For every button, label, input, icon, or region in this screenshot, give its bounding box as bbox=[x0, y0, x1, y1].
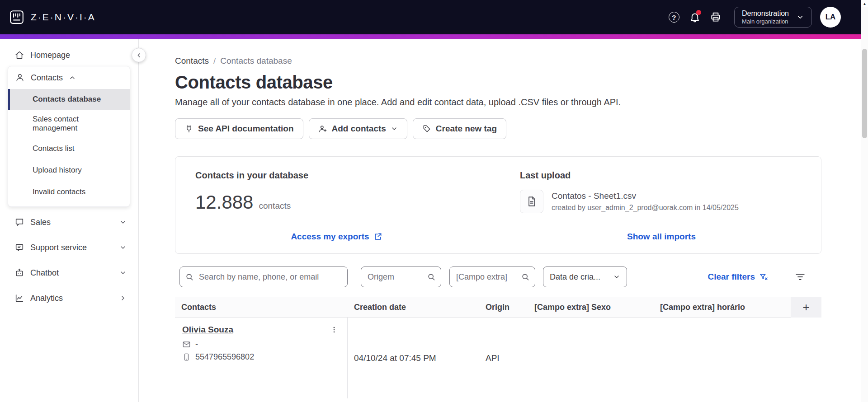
origem-field-wrap bbox=[361, 266, 441, 287]
last-upload-file-info: Contatos - Sheet1.csv created by user_ad… bbox=[552, 191, 739, 212]
contacts-table-header: Contacts Creation date Origin [Campo ext… bbox=[175, 297, 821, 318]
main-content: Contacts / Contacts database Contacts da… bbox=[139, 39, 861, 402]
uploaded-file-name: Contatos - Sheet1.csv bbox=[552, 191, 739, 201]
page-subtitle: Manage all of your contacts database in … bbox=[175, 97, 821, 108]
sidebar-item-contacts-database[interactable]: Contacts database bbox=[8, 89, 130, 110]
table-row: Olivia Souza - bbox=[175, 318, 821, 398]
contact-name-link[interactable]: Olivia Souza bbox=[182, 325, 233, 335]
contacts-menu-group: Contacts Contacts database Sales contact… bbox=[8, 66, 130, 207]
csv-file-icon bbox=[520, 190, 543, 213]
column-header-contacts: Contacts bbox=[175, 303, 348, 312]
link-label: Access my exports bbox=[291, 232, 369, 242]
sidebar-item-homepage[interactable]: Homepage bbox=[0, 44, 138, 66]
sidebar-item-invalid-contacts[interactable]: Invalid contacts bbox=[8, 181, 130, 203]
sidebar-item-upload-history[interactable]: Upload history bbox=[8, 159, 130, 181]
search-field-wrap bbox=[179, 266, 348, 287]
create-new-tag-button[interactable]: Create new tag bbox=[413, 118, 506, 139]
envelope-icon bbox=[182, 340, 191, 349]
breadcrumb-separator: / bbox=[213, 56, 216, 66]
vertical-scrollbar[interactable]: ▲ bbox=[861, 0, 868, 402]
chevron-up-icon bbox=[69, 74, 76, 81]
chevron-down-icon bbox=[796, 13, 804, 21]
sidebar-item-label: Analytics bbox=[30, 294, 63, 303]
sidebar-item-contacts[interactable]: Contacts bbox=[8, 66, 130, 89]
printer-icon bbox=[710, 11, 722, 23]
add-contacts-button[interactable]: Add contacts bbox=[309, 118, 407, 139]
sidebar-item-chatbot[interactable]: Chatbot bbox=[0, 260, 138, 285]
contacts-count-section: Contacts in your database 12.888 contact… bbox=[175, 157, 498, 253]
access-my-exports-link[interactable]: Access my exports bbox=[291, 232, 382, 242]
support-chat-icon bbox=[14, 243, 24, 252]
chevron-right-icon bbox=[119, 294, 127, 302]
sidebar-item-label: Homepage bbox=[30, 51, 70, 60]
filter-settings-icon[interactable] bbox=[794, 271, 806, 283]
help-button[interactable]: ? bbox=[664, 7, 684, 28]
add-column-button[interactable]: + bbox=[791, 297, 821, 318]
sidebar-item-sales-contact-management[interactable]: Sales contact management bbox=[8, 110, 130, 138]
organization-name: Demonstration bbox=[742, 9, 789, 18]
chevron-down-icon bbox=[119, 219, 127, 226]
sidebar-item-label: Sales bbox=[30, 218, 51, 227]
organization-subtitle: Main organization bbox=[742, 18, 788, 25]
button-label: See API documentation bbox=[198, 124, 294, 134]
sidebar-item-analytics[interactable]: Analytics bbox=[0, 285, 138, 311]
robot-icon bbox=[14, 268, 24, 278]
breadcrumb-current: Contacts database bbox=[220, 56, 292, 66]
chevron-down-icon bbox=[391, 125, 398, 132]
line-chart-icon bbox=[14, 293, 24, 303]
search-input[interactable] bbox=[179, 266, 348, 287]
breadcrumb-contacts[interactable]: Contacts bbox=[175, 56, 209, 66]
contact-email: - bbox=[195, 340, 198, 349]
see-api-documentation-button[interactable]: See API documentation bbox=[175, 118, 303, 139]
last-upload-section: Last upload Contatos - Sheet1.csv create… bbox=[498, 157, 821, 253]
chevron-down-icon bbox=[119, 244, 127, 251]
campo-horario-cell bbox=[654, 318, 791, 398]
brand-gradient-bar bbox=[0, 34, 868, 39]
last-upload-title: Last upload bbox=[520, 170, 803, 181]
last-upload-file-row: Contatos - Sheet1.csv created by user_ad… bbox=[520, 190, 803, 213]
uploaded-file-meta: created by user_admin_2_prod@uorak.com i… bbox=[552, 204, 739, 212]
search-icon bbox=[427, 272, 436, 281]
contacts-count-row: 12.888 contacts bbox=[195, 192, 478, 213]
filters-bar: Data de cria... Clear filters bbox=[175, 266, 821, 287]
user-avatar[interactable]: LA bbox=[820, 7, 841, 28]
creation-date-cell: 04/10/24 at 07:45 PM bbox=[348, 318, 479, 398]
row-kebab-menu[interactable] bbox=[330, 325, 338, 335]
api-plug-icon bbox=[184, 124, 193, 133]
scrollbar-up-arrow[interactable]: ▲ bbox=[861, 0, 868, 7]
print-button[interactable] bbox=[705, 7, 726, 28]
contact-cell: Olivia Souza - bbox=[175, 318, 348, 398]
organization-text: Demonstration Main organization bbox=[742, 9, 789, 25]
contacts-count-title: Contacts in your database bbox=[195, 170, 478, 181]
contacts-table: Contacts Creation date Origin [Campo ext… bbox=[175, 297, 821, 398]
show-all-imports-link[interactable]: Show all imports bbox=[627, 232, 696, 242]
organization-switcher[interactable]: Demonstration Main organization bbox=[734, 7, 812, 28]
zenvia-logo[interactable]: Z·E·N·V·I·A bbox=[9, 9, 96, 25]
search-icon bbox=[185, 272, 194, 281]
sidebar-item-support-service[interactable]: Support service bbox=[0, 235, 138, 260]
column-header-campo-horario: [Campo extra] horário bbox=[654, 303, 791, 312]
mobile-phone-icon bbox=[182, 353, 191, 361]
chevron-down-icon bbox=[613, 273, 620, 280]
date-filter-label: Data de cria... bbox=[550, 272, 600, 282]
clear-filters-button[interactable]: Clear filters bbox=[708, 272, 768, 282]
sidebar-item-label: Chatbot bbox=[30, 268, 59, 278]
export-icon bbox=[373, 232, 382, 241]
breadcrumb: Contacts / Contacts database bbox=[175, 56, 821, 66]
sidebar-collapse-button[interactable] bbox=[132, 48, 146, 62]
scrollbar-thumb[interactable] bbox=[862, 49, 867, 138]
person-icon bbox=[15, 73, 25, 83]
sidebar-item-sales[interactable]: Sales bbox=[0, 210, 138, 235]
sidebar-item-contacts-list[interactable]: Contacts list bbox=[8, 138, 130, 159]
button-label: Create new tag bbox=[436, 124, 497, 134]
notifications-button[interactable] bbox=[684, 7, 705, 28]
link-label: Clear filters bbox=[708, 272, 755, 282]
chevron-down-icon bbox=[119, 269, 127, 276]
creation-date-filter-select[interactable]: Data de cria... bbox=[543, 266, 627, 287]
contact-phone: 5547965596802 bbox=[195, 352, 254, 362]
help-icon: ? bbox=[669, 12, 679, 23]
zenvia-logo-icon bbox=[9, 9, 24, 25]
campo-sexo-cell bbox=[528, 318, 654, 398]
campo-extra-field-wrap bbox=[449, 266, 535, 287]
contact-phone-line: 5547965596802 bbox=[182, 352, 343, 362]
